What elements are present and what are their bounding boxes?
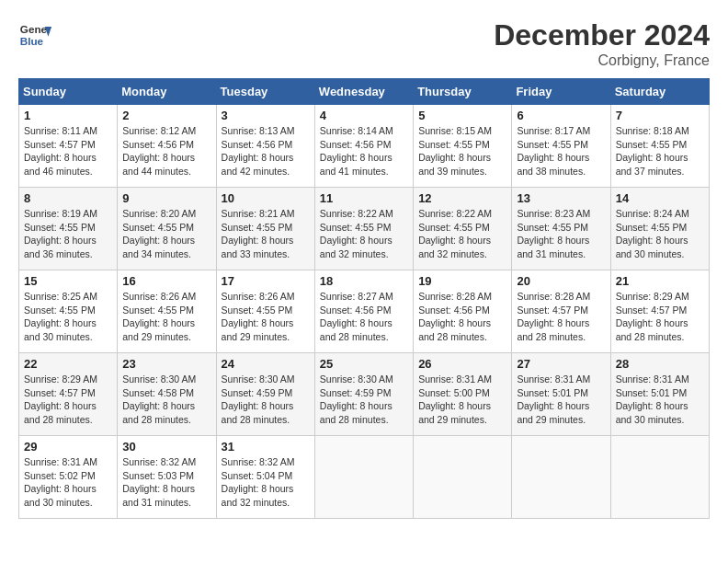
day-number: 4	[320, 109, 408, 122]
weekday-header-thursday: Thursday	[414, 79, 512, 105]
day-info: Sunrise: 8:27 AMSunset: 4:56 PMDaylight:…	[320, 290, 408, 344]
weekday-header-sunday: Sunday	[19, 79, 118, 105]
calendar-cell: 2Sunrise: 8:12 AMSunset: 4:56 PMDaylight…	[118, 105, 216, 188]
calendar-cell: 22Sunrise: 8:29 AMSunset: 4:57 PMDayligh…	[19, 353, 118, 436]
day-number: 19	[418, 274, 506, 288]
day-info: Sunrise: 8:29 AMSunset: 4:57 PMDaylight:…	[616, 290, 704, 344]
day-number: 2	[122, 109, 210, 122]
calendar-cell: 14Sunrise: 8:24 AMSunset: 4:55 PMDayligh…	[610, 188, 709, 270]
day-info: Sunrise: 8:30 AMSunset: 4:58 PMDaylight:…	[122, 373, 210, 427]
day-number: 1	[24, 109, 112, 122]
calendar-cell: 21Sunrise: 8:29 AMSunset: 4:57 PMDayligh…	[610, 270, 709, 353]
calendar-cell: 9Sunrise: 8:20 AMSunset: 4:55 PMDaylight…	[118, 188, 216, 270]
logo-icon: General Blue	[18, 18, 51, 52]
day-number: 11	[320, 191, 408, 205]
calendar-cell: 20Sunrise: 8:28 AMSunset: 4:57 PMDayligh…	[512, 270, 610, 353]
day-info: Sunrise: 8:31 AMSunset: 5:01 PMDaylight:…	[517, 373, 605, 427]
day-number: 25	[320, 357, 408, 371]
calendar-cell: 5Sunrise: 8:15 AMSunset: 4:55 PMDaylight…	[414, 105, 512, 188]
day-number: 27	[517, 357, 605, 371]
day-number: 22	[24, 357, 112, 371]
day-number: 23	[122, 357, 210, 371]
day-number: 6	[517, 109, 605, 122]
day-number: 17	[222, 274, 310, 288]
week-row-5: 29Sunrise: 8:31 AMSunset: 5:02 PMDayligh…	[19, 436, 710, 519]
day-number: 12	[418, 191, 506, 205]
calendar-cell: 4Sunrise: 8:14 AMSunset: 4:56 PMDaylight…	[314, 105, 413, 188]
weekday-header-tuesday: Tuesday	[216, 79, 314, 105]
day-info: Sunrise: 8:13 AMSunset: 4:56 PMDaylight:…	[222, 124, 310, 178]
day-number: 10	[222, 191, 310, 205]
weekday-header-wednesday: Wednesday	[314, 79, 413, 105]
day-info: Sunrise: 8:18 AMSunset: 4:55 PMDaylight:…	[616, 124, 704, 178]
day-number: 3	[222, 109, 310, 122]
day-info: Sunrise: 8:29 AMSunset: 4:57 PMDaylight:…	[24, 373, 112, 427]
calendar-cell: 15Sunrise: 8:25 AMSunset: 4:55 PMDayligh…	[19, 270, 118, 353]
calendar-cell: 6Sunrise: 8:17 AMSunset: 4:55 PMDaylight…	[512, 105, 610, 188]
calendar-cell: 30Sunrise: 8:32 AMSunset: 5:03 PMDayligh…	[118, 436, 216, 519]
day-info: Sunrise: 8:22 AMSunset: 4:55 PMDaylight:…	[320, 207, 408, 261]
day-info: Sunrise: 8:22 AMSunset: 4:55 PMDaylight:…	[418, 207, 506, 261]
day-number: 31	[222, 440, 310, 454]
calendar-cell: 19Sunrise: 8:28 AMSunset: 4:56 PMDayligh…	[414, 270, 512, 353]
day-info: Sunrise: 8:31 AMSunset: 5:00 PMDaylight:…	[418, 373, 506, 427]
day-info: Sunrise: 8:14 AMSunset: 4:56 PMDaylight:…	[320, 124, 408, 178]
day-number: 9	[122, 191, 210, 205]
weekday-header-saturday: Saturday	[610, 79, 709, 105]
day-info: Sunrise: 8:12 AMSunset: 4:56 PMDaylight:…	[122, 124, 210, 178]
day-info: Sunrise: 8:15 AMSunset: 4:55 PMDaylight:…	[418, 124, 506, 178]
day-number: 14	[616, 191, 704, 205]
day-info: Sunrise: 8:30 AMSunset: 4:59 PMDaylight:…	[222, 373, 310, 427]
day-number: 21	[616, 274, 704, 288]
calendar-cell: 3Sunrise: 8:13 AMSunset: 4:56 PMDaylight…	[216, 105, 314, 188]
day-number: 24	[222, 357, 310, 371]
calendar-cell: 12Sunrise: 8:22 AMSunset: 4:55 PMDayligh…	[414, 188, 512, 270]
day-number: 20	[517, 274, 605, 288]
day-info: Sunrise: 8:25 AMSunset: 4:55 PMDaylight:…	[24, 290, 112, 344]
day-info: Sunrise: 8:11 AMSunset: 4:57 PMDaylight:…	[24, 124, 112, 178]
week-row-4: 22Sunrise: 8:29 AMSunset: 4:57 PMDayligh…	[19, 353, 710, 436]
title-area: December 2024 Corbigny, France	[494, 18, 710, 69]
day-number: 28	[616, 357, 704, 371]
calendar-cell: 16Sunrise: 8:26 AMSunset: 4:55 PMDayligh…	[118, 270, 216, 353]
day-number: 18	[320, 274, 408, 288]
location-title: Corbigny, France	[494, 52, 710, 69]
day-info: Sunrise: 8:21 AMSunset: 4:55 PMDaylight:…	[222, 207, 310, 261]
day-number: 7	[616, 109, 704, 122]
day-info: Sunrise: 8:20 AMSunset: 4:55 PMDaylight:…	[122, 207, 210, 261]
calendar-cell	[314, 436, 413, 519]
calendar-cell	[414, 436, 512, 519]
day-number: 15	[24, 274, 112, 288]
calendar-cell	[512, 436, 610, 519]
day-number: 29	[24, 440, 112, 454]
day-info: Sunrise: 8:26 AMSunset: 4:55 PMDaylight:…	[122, 290, 210, 344]
calendar-cell: 7Sunrise: 8:18 AMSunset: 4:55 PMDaylight…	[610, 105, 709, 188]
calendar-table: SundayMondayTuesdayWednesdayThursdayFrid…	[18, 78, 710, 519]
day-number: 8	[24, 191, 112, 205]
day-number: 5	[418, 109, 506, 122]
month-title: December 2024	[494, 18, 710, 52]
weekday-header-monday: Monday	[118, 79, 216, 105]
day-info: Sunrise: 8:32 AMSunset: 5:03 PMDaylight:…	[122, 455, 210, 510]
calendar-cell: 28Sunrise: 8:31 AMSunset: 5:01 PMDayligh…	[610, 353, 709, 436]
logo: General Blue	[18, 18, 51, 52]
day-info: Sunrise: 8:31 AMSunset: 5:02 PMDaylight:…	[24, 455, 112, 510]
calendar-cell: 25Sunrise: 8:30 AMSunset: 4:59 PMDayligh…	[314, 353, 413, 436]
calendar-cell: 31Sunrise: 8:32 AMSunset: 5:04 PMDayligh…	[216, 436, 314, 519]
calendar-cell: 10Sunrise: 8:21 AMSunset: 4:55 PMDayligh…	[216, 188, 314, 270]
calendar-cell: 23Sunrise: 8:30 AMSunset: 4:58 PMDayligh…	[118, 353, 216, 436]
day-info: Sunrise: 8:30 AMSunset: 4:59 PMDaylight:…	[320, 373, 408, 427]
weekday-header-row: SundayMondayTuesdayWednesdayThursdayFrid…	[19, 79, 710, 105]
day-info: Sunrise: 8:28 AMSunset: 4:57 PMDaylight:…	[517, 290, 605, 344]
calendar-cell: 24Sunrise: 8:30 AMSunset: 4:59 PMDayligh…	[216, 353, 314, 436]
day-info: Sunrise: 8:19 AMSunset: 4:55 PMDaylight:…	[24, 207, 112, 261]
day-number: 30	[122, 440, 210, 454]
week-row-1: 1Sunrise: 8:11 AMSunset: 4:57 PMDaylight…	[19, 105, 710, 188]
day-info: Sunrise: 8:17 AMSunset: 4:55 PMDaylight:…	[517, 124, 605, 178]
day-info: Sunrise: 8:31 AMSunset: 5:01 PMDaylight:…	[616, 373, 704, 427]
day-info: Sunrise: 8:28 AMSunset: 4:56 PMDaylight:…	[418, 290, 506, 344]
svg-text:Blue: Blue	[20, 35, 44, 47]
week-row-3: 15Sunrise: 8:25 AMSunset: 4:55 PMDayligh…	[19, 270, 710, 353]
day-info: Sunrise: 8:24 AMSunset: 4:55 PMDaylight:…	[616, 207, 704, 261]
day-info: Sunrise: 8:26 AMSunset: 4:55 PMDaylight:…	[222, 290, 310, 344]
